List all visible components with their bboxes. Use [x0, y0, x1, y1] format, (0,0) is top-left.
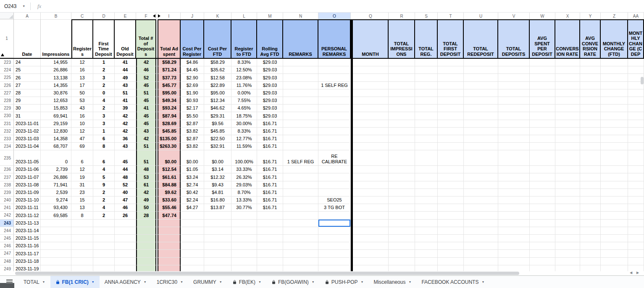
cell-K244[interactable]: [204, 227, 231, 235]
cell-Y240[interactable]: [580, 196, 601, 204]
tab-caret-icon[interactable]: ▼: [219, 280, 222, 283]
cell-R246[interactable]: [389, 242, 415, 250]
cell-I227[interactable]: $95.00: [158, 89, 181, 97]
cell-D245[interactable]: [93, 235, 115, 242]
cell-N227[interactable]: [283, 89, 318, 97]
cell-Q246[interactable]: [353, 242, 389, 250]
cell-V246[interactable]: [498, 242, 530, 250]
cell-W249[interactable]: [530, 265, 555, 271]
cell-R247[interactable]: [389, 250, 415, 257]
cell-M248[interactable]: [257, 258, 283, 265]
row-header-244[interactable]: 244: [0, 227, 14, 235]
cell-O228[interactable]: [318, 97, 351, 105]
cell-J223[interactable]: $4.86: [181, 59, 204, 66]
cell-D232[interactable]: 1: [93, 128, 115, 135]
cell-M229[interactable]: $29.03: [257, 105, 283, 112]
cell-S230[interactable]: [415, 112, 438, 120]
cell-N245[interactable]: [283, 235, 318, 242]
cell-M228[interactable]: $29.03: [257, 97, 283, 105]
cell-F226[interactable]: 45: [136, 82, 156, 89]
cell-K246[interactable]: [204, 242, 231, 250]
cell-C227[interactable]: 50: [71, 89, 93, 97]
cell-W223[interactable]: [530, 59, 555, 66]
header-cell-U[interactable]: TOTAL REDEPOSIT: [464, 19, 498, 58]
cell-T229[interactable]: [438, 105, 464, 112]
cell-W224[interactable]: [530, 66, 555, 74]
cell-S231[interactable]: [415, 120, 438, 128]
cell-D223[interactable]: 1: [93, 59, 115, 66]
cell-K245[interactable]: [204, 235, 231, 242]
cell-S243[interactable]: [415, 220, 438, 227]
cell-O231[interactable]: [318, 120, 351, 128]
cell-W237[interactable]: [530, 173, 555, 181]
cell-M236[interactable]: $16.71: [257, 166, 283, 173]
column-header-Z[interactable]: Z: [601, 13, 628, 19]
cell-R236[interactable]: [389, 166, 415, 173]
scroll-right-icon[interactable]: ▶: [636, 271, 639, 275]
cell-I233[interactable]: $135.00: [158, 135, 181, 143]
header-cell-W[interactable]: AVG SPENT PER DEPOSIT: [530, 19, 555, 58]
cell-Z246[interactable]: [601, 242, 628, 250]
cell-J225[interactable]: $2.90: [181, 74, 204, 81]
cell-B230[interactable]: 69,941: [41, 112, 71, 120]
cell-O247[interactable]: [318, 250, 351, 257]
cell-D227[interactable]: 0: [93, 89, 115, 97]
cell-Z233[interactable]: [601, 135, 628, 143]
cell-A230[interactable]: 2023-10-31: [14, 112, 41, 120]
sheet-tab-total[interactable]: TOTAL▼: [18, 276, 50, 288]
cell-R240[interactable]: [389, 196, 415, 204]
cell-W248[interactable]: [530, 258, 555, 265]
cell-E235[interactable]: 45: [115, 150, 136, 166]
column-header-U[interactable]: U: [464, 13, 498, 19]
cell-B228[interactable]: 12,653: [41, 97, 71, 105]
cell-S228[interactable]: [415, 97, 438, 105]
vertical-scrollbar-thumb[interactable]: [641, 77, 644, 84]
column-header-T[interactable]: T: [438, 13, 464, 19]
cell-J236[interactable]: $1.05: [181, 166, 204, 173]
cell-R224[interactable]: [389, 66, 415, 74]
header-cell-V[interactable]: TOTAL DEPOSITS: [498, 19, 530, 58]
cell-M230[interactable]: $29.03: [257, 112, 283, 120]
cell-T233[interactable]: [438, 135, 464, 143]
cell-F235[interactable]: 51: [136, 150, 156, 166]
cell-F237[interactable]: 53: [136, 173, 156, 181]
cell-U236[interactable]: [464, 166, 498, 173]
cell-T226[interactable]: [438, 82, 464, 89]
cell-X244[interactable]: [555, 227, 580, 235]
cell-A248[interactable]: 2023-11-18: [14, 258, 41, 265]
cell-W242[interactable]: [530, 212, 555, 219]
cell-F225[interactable]: 52: [136, 74, 156, 81]
cell-M235[interactable]: $16.71: [257, 150, 283, 166]
cell-W244[interactable]: [530, 227, 555, 235]
sheet-tab-push-pop[interactable]: PUSH-POP▼: [320, 276, 369, 288]
cell-O245[interactable]: [318, 235, 351, 242]
cell-AA224[interactable]: [628, 66, 644, 74]
cell-K232[interactable]: $45.85: [204, 128, 231, 135]
cell-S241[interactable]: [415, 204, 438, 212]
cell-F245[interactable]: [136, 235, 156, 242]
tab-caret-icon[interactable]: ▼: [144, 280, 147, 283]
cell-C235[interactable]: 6: [71, 150, 93, 166]
selected-cell-O243[interactable]: [318, 220, 351, 227]
cell-R249[interactable]: [389, 265, 415, 271]
cell-W246[interactable]: [530, 242, 555, 250]
cell-A239[interactable]: 2023-11-09: [14, 189, 41, 196]
cell-R238[interactable]: [389, 181, 415, 189]
cell-Y230[interactable]: [580, 112, 601, 120]
cell-I232[interactable]: $45.85: [158, 128, 181, 135]
cell-V233[interactable]: [498, 135, 530, 143]
cell-N223[interactable]: [283, 59, 318, 66]
cell-I242[interactable]: $47.74: [158, 212, 181, 219]
cell-I237[interactable]: $61.61: [158, 173, 181, 181]
cell-U248[interactable]: [464, 258, 498, 265]
cell-Y225[interactable]: [580, 74, 601, 81]
cell-Q244[interactable]: [353, 227, 389, 235]
cell-E249[interactable]: [115, 265, 136, 271]
cell-J229[interactable]: $2.17: [181, 105, 204, 112]
cell-F229[interactable]: 41: [136, 105, 156, 112]
cell-F240[interactable]: 49: [136, 196, 156, 204]
hidden-rows-indicator[interactable]: [1, 53, 4, 56]
cell-W230[interactable]: [530, 112, 555, 120]
cell-C240[interactable]: 15: [71, 196, 93, 204]
cell-N236[interactable]: [283, 166, 318, 173]
